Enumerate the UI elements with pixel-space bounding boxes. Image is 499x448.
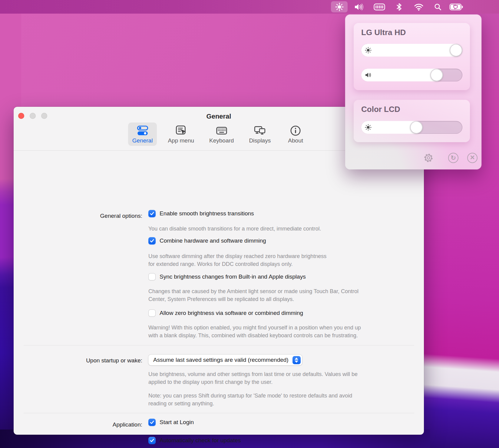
search-menu-extra[interactable] — [432, 0, 444, 14]
display-name: LG Ultra HD — [361, 28, 406, 37]
slider-knob[interactable] — [450, 44, 462, 56]
desktop: General General App me — [0, 0, 499, 448]
displays-icon — [254, 125, 266, 136]
settings-gear-icon[interactable] — [423, 153, 434, 163]
brightness-sun-icon — [335, 2, 344, 11]
brightness-sun-icon — [365, 124, 372, 131]
section-divider — [24, 413, 414, 413]
startup-behavior-select[interactable]: Assume last saved settings are valid (re… — [148, 355, 302, 365]
checkbox[interactable] — [148, 309, 156, 317]
checkbox[interactable] — [148, 210, 156, 217]
checkbox[interactable] — [148, 237, 156, 244]
tab-label: About — [288, 137, 303, 144]
brightness-popover: LG Ultra HD — [345, 15, 481, 169]
option-label: Sync brightness changes from Built-in an… — [160, 273, 306, 280]
close-icon[interactable]: × — [467, 153, 478, 163]
general-options-label: General options: — [14, 213, 142, 219]
application-label: Application: — [14, 421, 142, 428]
bluetooth-icon — [396, 3, 402, 11]
brightness-menu-extra[interactable] — [331, 1, 348, 12]
startup-note: Note: you can press Shift during startup… — [148, 392, 421, 407]
tab-label: Keyboard — [209, 137, 234, 144]
slider-knob[interactable] — [431, 69, 443, 81]
tab-app-menu[interactable]: App menu — [164, 123, 198, 146]
slider-knob[interactable] — [410, 121, 422, 133]
option-label: Combine hardware and software dimming — [160, 237, 266, 244]
tab-label: General — [132, 137, 153, 144]
menu-bar — [0, 0, 499, 14]
toggles-icon — [137, 125, 148, 136]
volume-menu-extra[interactable] — [351, 0, 366, 14]
general-pane: General options: Enable smooth brightnes… — [14, 151, 424, 435]
brightness-slider[interactable] — [361, 44, 462, 57]
keyboard-brightness-menu-extra[interactable] — [372, 0, 386, 14]
brightness-slider[interactable] — [361, 121, 462, 134]
display-card-lg-ultra-hd: LG Ultra HD — [354, 23, 470, 90]
option-label: Automatically check for updates — [160, 437, 241, 444]
checkbox[interactable] — [148, 419, 156, 426]
option-sync-brightness: Sync brightness changes from Built-in an… — [148, 273, 306, 280]
volume-slider[interactable] — [361, 69, 462, 81]
search-icon — [434, 3, 442, 11]
option-description: You can disable smooth transitions for a… — [148, 225, 421, 233]
option-label: Allow zero brightness via software or co… — [160, 310, 303, 316]
tab-displays[interactable]: Displays — [245, 123, 275, 146]
wifi-icon — [414, 3, 424, 11]
tab-about[interactable]: About — [282, 123, 309, 146]
stepper-icon — [292, 356, 301, 364]
volume-speaker-icon — [365, 72, 372, 78]
option-start-at-login: Start at Login — [148, 419, 194, 426]
option-auto-update: Automatically check for updates — [148, 437, 241, 444]
brightness-sun-icon — [365, 47, 372, 54]
startup-description: Use brightness, volume and other setting… — [148, 370, 421, 386]
option-zero-brightness: Allow zero brightness via software or co… — [148, 309, 303, 317]
app-menu-icon — [175, 125, 187, 136]
display-name: Color LCD — [361, 105, 400, 114]
tab-keyboard[interactable]: Keyboard — [205, 123, 238, 146]
wifi-menu-extra[interactable] — [412, 0, 426, 14]
volume-speaker-icon — [354, 3, 363, 11]
option-label: Enable smooth brightness transitions — [160, 210, 254, 217]
refresh-icon[interactable]: ↻ — [448, 153, 458, 163]
checkbox[interactable] — [148, 437, 156, 444]
popover-actions: ↻ × — [345, 153, 481, 163]
option-description: Changes that are caused by the Ambient l… — [148, 287, 421, 303]
bluetooth-menu-extra[interactable] — [393, 0, 405, 14]
checkbox[interactable] — [148, 273, 156, 280]
option-combine-dimming: Combine hardware and software dimming — [148, 237, 266, 244]
keyboard-brightness-icon — [374, 3, 385, 11]
option-description: Warning! With this option enabled, you m… — [148, 324, 421, 339]
tab-label: App menu — [168, 137, 194, 144]
option-label: Start at Login — [160, 419, 194, 426]
battery-charging-icon — [449, 3, 463, 11]
display-card-color-lcd: Color LCD — [354, 100, 470, 142]
option-smooth-transitions: Enable smooth brightness transitions — [148, 210, 254, 217]
tab-label: Displays — [249, 137, 271, 144]
keyboard-icon — [216, 125, 227, 136]
battery-menu-extra[interactable] — [448, 0, 465, 14]
startup-label: Upon startup or wake: — [14, 357, 142, 364]
info-icon — [290, 125, 301, 136]
tab-general[interactable]: General — [128, 123, 157, 146]
selected-option: Assume last saved settings are valid (re… — [153, 357, 289, 363]
section-divider — [24, 345, 414, 345]
option-description: Use software dimming after the display r… — [148, 252, 421, 268]
